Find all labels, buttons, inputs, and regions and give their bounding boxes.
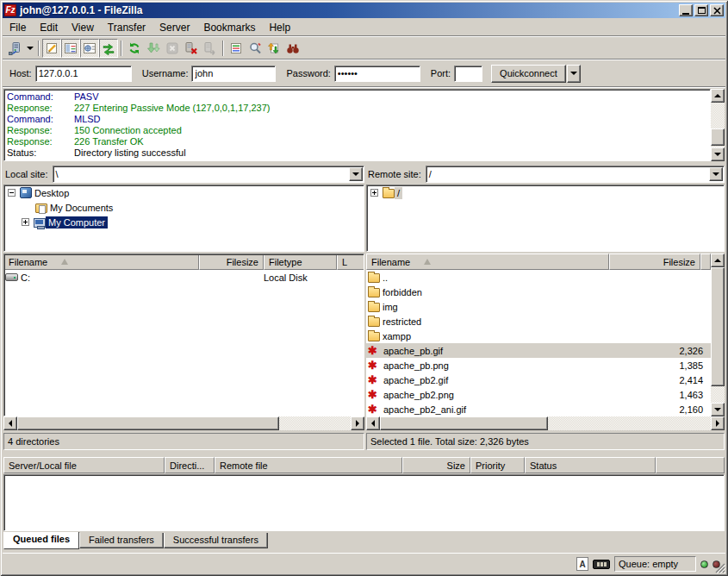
menu-view[interactable]: View — [65, 20, 101, 35]
remote-file-row[interactable]: forbidden — [366, 285, 711, 299]
reconnect-button[interactable] — [201, 39, 220, 58]
scroll-up-button[interactable] — [711, 89, 725, 103]
column-header-size[interactable]: Size — [402, 457, 470, 473]
scroll-down-button[interactable] — [711, 147, 725, 161]
scroll-right-button[interactable] — [711, 416, 725, 430]
resize-grip[interactable] — [713, 561, 725, 573]
toggle-local-tree-button[interactable] — [61, 39, 80, 58]
close-button[interactable] — [710, 4, 724, 16]
tree-item-label[interactable]: Desktop — [32, 187, 72, 199]
quickconnect-button[interactable]: Quickconnect — [491, 65, 566, 83]
column-header-filesize[interactable]: Filesize — [199, 254, 264, 270]
scrollbar-thumb[interactable] — [711, 128, 725, 146]
transfer-queue-list[interactable] — [3, 474, 725, 531]
host-input[interactable] — [35, 66, 132, 82]
scroll-left-button[interactable] — [366, 416, 380, 430]
column-header-filetype[interactable]: Filetype — [264, 254, 337, 270]
scrollbar-thumb[interactable] — [380, 416, 548, 430]
local-site-combobox[interactable]: \ — [53, 166, 364, 183]
column-header-status[interactable]: Status — [525, 457, 656, 473]
column-header-priority[interactable]: Priority — [470, 457, 525, 473]
tab-queued-files[interactable]: Queued files — [3, 532, 79, 549]
expand-expander-icon[interactable] — [370, 189, 378, 197]
site-manager-button[interactable] — [5, 39, 24, 58]
menu-help[interactable]: Help — [262, 20, 297, 35]
file-name: .. — [383, 272, 388, 283]
menu-server[interactable]: Server — [152, 20, 196, 35]
remote-file-row[interactable]: restricted — [366, 314, 711, 329]
column-header-remote-file[interactable]: Remote file — [215, 457, 402, 473]
speed-limit-icon[interactable] — [593, 560, 610, 569]
local-site-dropdown-button[interactable] — [349, 167, 363, 181]
username-input[interactable] — [191, 66, 276, 82]
remote-file-list[interactable]: .. forbidden img restricted xampp apache… — [366, 270, 711, 416]
find-files-button[interactable] — [283, 39, 302, 58]
toggle-transfer-queue-button[interactable] — [99, 39, 118, 58]
column-header-direction[interactable]: Directi... — [165, 457, 215, 473]
remote-horizontal-scrollbar[interactable] — [366, 416, 725, 430]
tree-item-label[interactable]: My Computer — [46, 216, 108, 229]
remote-file-row[interactable]: img — [366, 299, 711, 314]
menu-transfer[interactable]: Transfer — [101, 20, 152, 35]
tab-successful-transfers[interactable]: Successful transfers — [164, 533, 268, 548]
tree-item-label[interactable]: My Documents — [47, 202, 115, 214]
remote-site-combobox[interactable]: / — [426, 166, 725, 183]
scroll-left-button[interactable] — [3, 416, 17, 430]
local-file-row[interactable]: C: Local Disk — [3, 270, 364, 285]
minimize-button[interactable] — [679, 4, 693, 16]
remote-file-row[interactable]: apache_pb2.png1,463 — [366, 387, 711, 402]
tree-item-my-computer[interactable]: My Computer — [4, 215, 364, 229]
remote-file-row[interactable]: .. — [366, 270, 711, 285]
quickconnect-dropdown[interactable] — [567, 65, 581, 83]
folder-icon — [368, 273, 380, 283]
remote-file-row[interactable]: apache_pb2_ani.gif2,160 — [366, 402, 711, 416]
tree-item-root[interactable]: / — [367, 185, 724, 200]
expand-expander-icon[interactable] — [22, 218, 29, 226]
menu-file[interactable]: File — [3, 20, 33, 35]
port-input[interactable] — [454, 66, 482, 82]
synchronized-browsing-button[interactable] — [264, 39, 283, 58]
remote-site-value: / — [429, 169, 432, 179]
directory-comparison-button[interactable] — [246, 39, 264, 58]
scrollbar-thumb[interactable] — [711, 267, 725, 386]
message-log-text[interactable]: Command:PASV Response:227 Entering Passi… — [3, 89, 711, 161]
remote-site-dropdown-button[interactable] — [709, 167, 723, 181]
menu-edit[interactable]: Edit — [33, 20, 65, 35]
scroll-down-button[interactable] — [711, 403, 725, 416]
remote-file-row[interactable]: xampp — [366, 329, 711, 343]
remote-file-row[interactable]: apache_pb2.gif2,414 — [366, 373, 711, 387]
cancel-button[interactable] — [163, 39, 182, 58]
tree-item-my-documents[interactable]: My Documents — [4, 200, 364, 215]
maximize-button[interactable] — [694, 4, 708, 16]
column-header-filesize[interactable]: Filesize — [609, 254, 700, 270]
column-header-server-local-file[interactable]: Server/Local file — [3, 457, 165, 473]
toggle-remote-tree-button[interactable] — [80, 39, 99, 58]
local-horizontal-scrollbar[interactable] — [3, 416, 364, 430]
remote-file-row-selected[interactable]: apache_pb.gif2,326 — [366, 343, 711, 358]
column-header-extra[interactable] — [700, 254, 711, 270]
toggle-message-log-button[interactable] — [42, 39, 61, 58]
transfer-type-icon[interactable]: A — [576, 557, 588, 571]
menu-bookmarks[interactable]: Bookmarks — [196, 20, 262, 35]
site-manager-dropdown[interactable] — [24, 39, 35, 58]
column-header-filename[interactable]: Filename — [3, 254, 199, 270]
disconnect-button[interactable] — [182, 39, 201, 58]
message-log-scrollbar[interactable] — [711, 89, 725, 161]
remote-file-row[interactable]: apache_pb.png1,385 — [366, 358, 711, 373]
column-header-filename[interactable]: Filename — [366, 254, 609, 270]
password-input[interactable] — [334, 66, 420, 82]
refresh-button[interactable] — [125, 39, 144, 58]
scrollbar-thumb[interactable] — [17, 416, 279, 430]
local-file-list[interactable]: C: Local Disk — [3, 270, 364, 416]
tab-failed-transfers[interactable]: Failed transfers — [79, 533, 164, 548]
collapse-expander-icon[interactable] — [8, 189, 16, 197]
column-header-last-modified[interactable]: L — [337, 254, 364, 270]
scroll-up-button[interactable] — [711, 254, 725, 267]
column-header-extra[interactable] — [656, 457, 725, 473]
tree-item-label[interactable]: / — [395, 187, 402, 199]
scroll-right-button[interactable] — [351, 416, 364, 430]
process-queue-button[interactable] — [144, 39, 163, 58]
directory-listing-filters-button[interactable] — [227, 39, 246, 58]
tree-item-desktop[interactable]: Desktop — [4, 185, 364, 200]
remote-vertical-scrollbar[interactable] — [711, 254, 725, 416]
